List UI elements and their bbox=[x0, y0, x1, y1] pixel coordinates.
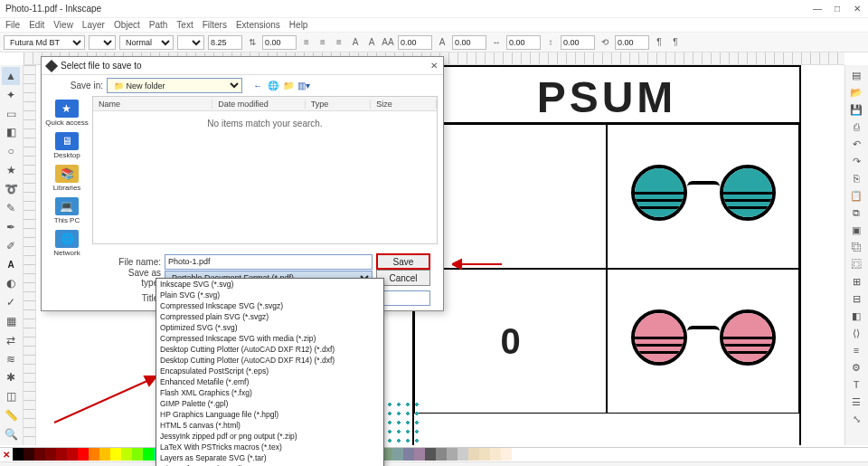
unit-select[interactable] bbox=[177, 35, 204, 50]
format-option[interactable]: Encapsulated PostScript (*.eps) bbox=[156, 366, 383, 376]
ungroup-icon[interactable]: ⊟ bbox=[847, 290, 865, 307]
dropper-tool[interactable]: ✓ bbox=[2, 293, 20, 311]
place-desktop[interactable]: 🖥Desktop bbox=[53, 132, 80, 159]
dx-icon[interactable]: ↔ bbox=[490, 36, 503, 49]
format-option[interactable]: Inkscape SVG (*.svg) bbox=[156, 279, 383, 290]
text-tool[interactable]: A bbox=[2, 255, 20, 273]
node-tool[interactable]: ✦ bbox=[2, 86, 20, 104]
font-family-select[interactable]: Futura Md BT bbox=[4, 35, 85, 50]
savein-select[interactable]: 📁 New folder bbox=[107, 78, 242, 93]
layers-icon[interactable]: ☰ bbox=[847, 394, 865, 410]
color-swatch[interactable] bbox=[132, 448, 143, 461]
xml-icon[interactable]: ⟨⟩ bbox=[847, 325, 865, 341]
font-style-select[interactable]: Normal bbox=[119, 35, 174, 50]
color-swatch[interactable] bbox=[67, 448, 78, 461]
color-swatch[interactable] bbox=[436, 448, 447, 461]
no-fill-swatch[interactable]: ✕ bbox=[0, 448, 13, 461]
format-option[interactable]: LaTeX With PSTricks macros (*.tex) bbox=[156, 442, 383, 452]
color-swatch[interactable] bbox=[458, 448, 468, 461]
rotation-icon[interactable]: ⟲ bbox=[599, 36, 611, 49]
format-option[interactable]: Compressed Inkscape SVG (*.svgz) bbox=[156, 300, 383, 311]
calligraphy-tool[interactable]: ✐ bbox=[2, 237, 20, 255]
col-size[interactable]: Size bbox=[371, 100, 437, 109]
color-swatch[interactable] bbox=[512, 448, 523, 461]
format-option[interactable]: Flash XML Graphics (*.fxg) bbox=[156, 387, 383, 398]
dx-input[interactable] bbox=[506, 35, 541, 50]
format-option[interactable]: HP Graphics Language file (*.hpgl) bbox=[156, 409, 383, 420]
menu-view[interactable]: View bbox=[53, 20, 73, 30]
align-right-icon[interactable]: ≡ bbox=[333, 36, 345, 49]
word-spacing-input[interactable] bbox=[452, 35, 486, 50]
tweak-tool[interactable]: ≋ bbox=[2, 350, 20, 368]
minimize-icon[interactable]: — bbox=[812, 4, 823, 14]
menu-help[interactable]: Help bbox=[289, 20, 308, 30]
spacing-icon[interactable]: ⇅ bbox=[246, 36, 259, 49]
format-option[interactable]: Desktop Cutting Plotter (AutoCAD DXF R12… bbox=[156, 344, 383, 355]
dy-input[interactable] bbox=[561, 35, 595, 50]
3dbox-tool[interactable]: ◧ bbox=[2, 124, 20, 142]
align-icon[interactable]: ≡ bbox=[847, 342, 865, 358]
color-swatch[interactable] bbox=[143, 448, 154, 461]
color-swatch[interactable] bbox=[24, 448, 34, 461]
color-swatch[interactable] bbox=[34, 448, 45, 461]
pen-tool[interactable]: ✒ bbox=[2, 218, 20, 236]
measure-tool[interactable]: 📏 bbox=[2, 406, 20, 424]
format-option[interactable]: GIMP Palette (*.gpl) bbox=[156, 398, 383, 409]
place-libraries[interactable]: 📚Libraries bbox=[53, 165, 81, 192]
file-format-dropdown[interactable]: Inkscape SVG (*.svg)Plain SVG (*.svg)Com… bbox=[156, 278, 384, 466]
spiral-tool[interactable]: ➰ bbox=[2, 180, 20, 198]
color-swatch[interactable] bbox=[121, 448, 132, 461]
color-swatch[interactable] bbox=[392, 448, 403, 461]
direction-ltr-icon[interactable]: ¶ bbox=[653, 36, 665, 49]
color-swatch[interactable] bbox=[99, 448, 110, 461]
maximize-icon[interactable]: □ bbox=[832, 4, 843, 14]
ellipse-tool[interactable]: ○ bbox=[2, 142, 20, 160]
font-variant-select[interactable] bbox=[89, 35, 116, 50]
menu-file[interactable]: File bbox=[5, 20, 20, 30]
back-icon[interactable]: ← bbox=[251, 80, 264, 92]
place-network[interactable]: 🌐Network bbox=[53, 230, 80, 257]
menu-extensions[interactable]: Extensions bbox=[236, 20, 280, 30]
color-swatch[interactable] bbox=[78, 448, 89, 461]
views-icon[interactable]: ▥▾ bbox=[297, 80, 310, 92]
group-icon[interactable]: ⊞ bbox=[847, 273, 865, 290]
star-tool[interactable]: ★ bbox=[2, 161, 20, 179]
rotation-input[interactable] bbox=[615, 35, 649, 50]
duplicate-icon[interactable]: ⿻ bbox=[847, 239, 865, 255]
fill-stroke-icon[interactable]: ◧ bbox=[847, 308, 865, 324]
word-spacing-icon[interactable]: A bbox=[436, 36, 448, 49]
up-icon[interactable]: 🌐 bbox=[267, 80, 279, 92]
menu-layer[interactable]: Layer bbox=[82, 20, 105, 30]
zoom-fit-icon[interactable]: ⧉ bbox=[847, 204, 865, 221]
kerning-icon[interactable]: AA bbox=[382, 36, 394, 49]
zoom-page-icon[interactable]: ▣ bbox=[847, 222, 865, 238]
open-icon[interactable]: 📂 bbox=[847, 84, 865, 100]
color-swatch[interactable] bbox=[403, 448, 414, 461]
spray-tool[interactable]: ✱ bbox=[2, 369, 20, 387]
menu-text[interactable]: Text bbox=[176, 20, 193, 30]
place-quick-access[interactable]: ★Quick access bbox=[45, 100, 89, 127]
copy-icon[interactable]: ⎘ bbox=[847, 170, 865, 186]
paintbucket-tool[interactable]: ▦ bbox=[2, 312, 20, 330]
selector-tool[interactable]: ▲ bbox=[2, 67, 20, 85]
color-swatch[interactable] bbox=[468, 448, 479, 461]
col-name[interactable]: Name bbox=[93, 100, 212, 109]
rect-tool[interactable]: ▭ bbox=[2, 105, 20, 123]
color-swatch[interactable] bbox=[414, 448, 425, 461]
format-option[interactable]: Layers as Separate SVG (*.tar) bbox=[156, 452, 383, 463]
color-swatch[interactable] bbox=[479, 448, 490, 461]
zoom-tool[interactable]: 🔍 bbox=[2, 425, 20, 443]
place-this-pc[interactable]: 💻This PC bbox=[54, 197, 80, 224]
print-icon[interactable]: ⎙ bbox=[847, 119, 865, 135]
format-option[interactable]: Optimized SVG (*.svg) bbox=[156, 322, 383, 333]
align-center-icon[interactable]: ≡ bbox=[316, 36, 329, 49]
font-size-input[interactable] bbox=[208, 35, 242, 50]
color-swatch[interactable] bbox=[45, 448, 56, 461]
menu-edit[interactable]: Edit bbox=[29, 20, 44, 30]
superscript-icon[interactable]: A bbox=[349, 36, 362, 49]
subscript-icon[interactable]: A bbox=[365, 36, 378, 49]
close-icon[interactable]: ✕ bbox=[852, 4, 863, 14]
file-list[interactable]: Name Date modified Type Size No items ma… bbox=[92, 96, 438, 244]
col-date[interactable]: Date modified bbox=[212, 100, 305, 109]
format-option[interactable]: Desktop Cutting Plotter (AutoCAD DXF R14… bbox=[156, 355, 383, 366]
